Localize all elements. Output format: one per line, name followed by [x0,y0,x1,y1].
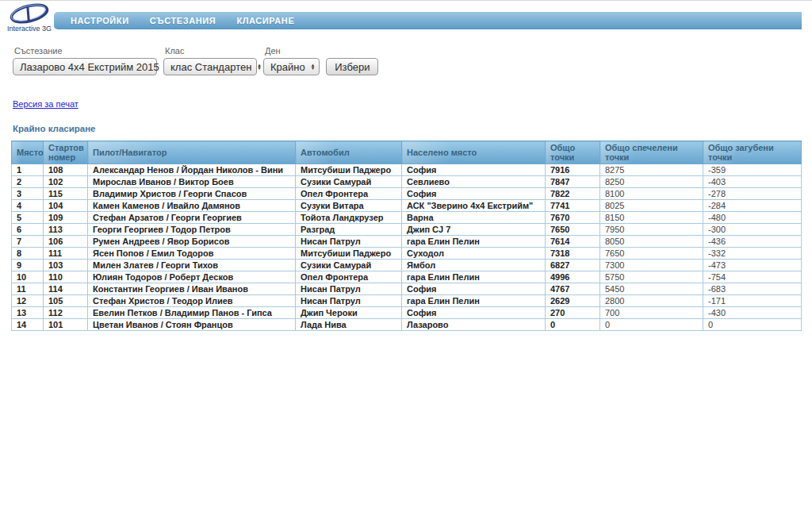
cell-pilot-navigator: Камен Каменов / Ивайло Дамянов [88,200,296,212]
cell-pilot-navigator: Румен Андреев / Явор Борисов [88,236,296,248]
table-row: 9103Милен Златев / Георги ТиховСузики Са… [12,260,802,271]
cell-points-lost: -284 [703,200,802,212]
day-select[interactable]: Крайно ▴▾ [263,58,320,75]
table-row: 14101Цветан Иванов / Стоян ФранцовЛада Н… [12,319,802,331]
cell-points-won: 2800 [600,295,703,307]
cell-place: 2 [12,176,44,188]
cell-place: 4 [12,200,44,212]
cell-points-lost: -683 [703,283,802,295]
cell-car: Разград [296,224,402,236]
cell-points-lost: -473 [703,260,802,271]
class-filter-group: Клас клас Стандартен ▴▾ [163,46,257,75]
cell-points-lost: -480 [703,212,802,224]
cell-points-lost: -300 [703,224,802,236]
cell-car: Джип Чероки [296,307,402,319]
cell-city: София [402,188,546,200]
select-arrows-icon: ▴▾ [312,64,315,71]
cell-place: 3 [12,188,44,200]
cell-place: 9 [12,260,44,271]
cell-start-number: 114 [44,283,88,295]
column-header-pilot-navigator: Пилот/Навигатор [88,141,296,164]
select-button[interactable]: Избери [326,58,378,75]
table-row: 7106Румен Андреев / Явор БорисовНисан Па… [12,236,802,248]
competition-label: Състезание [14,46,157,56]
brand-name: Interactive 3G [6,25,52,33]
cell-place: 12 [12,295,44,307]
cell-car: Сузики Самурай [296,260,402,271]
cell-points-won: 8275 [600,164,703,176]
cell-place: 5 [12,212,44,224]
cell-total-points: 7822 [546,188,600,200]
table-row: 1108Александар Ненов / Йордан Николов - … [12,164,802,176]
cell-start-number: 115 [44,188,88,200]
table-row: 13112Евелин Петков / Владимир Панов - Ги… [12,307,802,319]
cell-points-lost: -436 [703,236,802,248]
cell-points-lost: 0 [703,319,802,331]
day-label: Ден [265,46,320,56]
cell-car: Нисан Патрул [296,283,402,295]
cell-pilot-navigator: Мирослав Иванов / Виктор Боев [88,176,296,188]
column-header-total-points: Общо точки [546,141,600,164]
cell-points-won: 8150 [600,212,703,224]
cell-place: 11 [12,283,44,295]
cell-pilot-navigator: Ясен Попов / Емил Тодоров [88,248,296,260]
cell-points-lost: -278 [703,188,802,200]
competition-select[interactable]: Лазарово 4x4 Екстрийм 2015 ▴▾ [13,58,157,75]
cell-total-points: 6827 [546,260,600,271]
cell-pilot-navigator: Милен Златев / Георги Тихов [88,260,296,271]
cell-place: 14 [12,319,44,331]
cell-points-won: 8025 [600,200,703,212]
cell-pilot-navigator: Цветан Иванов / Стоян Францов [88,319,296,331]
column-header-city: Населено място [402,141,546,164]
cell-city: Севлиево [402,176,546,188]
cell-total-points: 7670 [546,212,600,224]
cell-place: 13 [12,307,44,319]
cell-city: София [402,164,546,176]
cell-total-points: 7614 [546,236,600,248]
cell-car: Митсубиши Паджеро [296,164,402,176]
cell-points-lost: -332 [703,248,802,260]
cell-pilot-navigator: Евелин Петков / Владимир Панов - Гипса [88,307,296,319]
cell-points-won: 700 [600,307,703,319]
cell-start-number: 103 [44,260,88,271]
select-arrows-icon: ▴▾ [258,64,261,71]
cell-points-won: 7300 [600,260,703,271]
competition-filter-group: Състезание Лазарово 4x4 Екстрийм 2015 ▴▾ [13,46,157,75]
cell-points-won: 8100 [600,188,703,200]
table-row: 6113Георги Георгиев / Тодор ПетровРазгра… [12,224,802,236]
table-row: 10110Юлиян Тодоров / Роберт ДесковОпел Ф… [12,271,802,283]
cell-city: АСК "Зверино 4x4 Екстрийм" [402,200,546,212]
day-filter-group: Ден Крайно ▴▾ [263,46,320,75]
results-table: МястоСтартов номерПилот/НавигаторАвтомоб… [11,140,802,331]
class-select[interactable]: клас Стандартен ▴▾ [163,58,257,75]
cell-start-number: 109 [44,212,88,224]
nav-item-competitions[interactable]: СЪСТЕЗАНИЯ [140,16,227,25]
nav-item-ranking[interactable]: КЛАСИРАНЕ [226,16,304,25]
print-version-link[interactable]: Версия за печат [13,99,79,109]
top-bar: Interactive 3G НАСТРОЙКИ СЪСТЕЗАНИЯ КЛАС… [0,0,812,32]
cell-car: Нисан Патрул [296,295,402,307]
cell-points-won: 0 [600,319,703,331]
cell-total-points: 270 [546,307,600,319]
cell-car: Опел Фронтера [296,271,402,283]
column-header-points-won: Общо спечелени точки [600,141,703,164]
cell-city: гара Елин Пелин [402,236,546,248]
page-title: Крайно класиране [13,124,812,133]
table-header-row: МястоСтартов номерПилот/НавигаторАвтомоб… [12,141,802,164]
cell-start-number: 113 [44,224,88,236]
table-row: 2102Мирослав Иванов / Виктор БоевСузики … [12,176,802,188]
cell-car: Митсубиши Паджеро [296,248,402,260]
cell-total-points: 7318 [546,248,600,260]
cell-points-won: 5750 [600,271,703,283]
cell-pilot-navigator: Юлиян Тодоров / Роберт Десков [88,271,296,283]
nav-item-settings[interactable]: НАСТРОЙКИ [60,16,140,25]
cell-start-number: 101 [44,319,88,331]
cell-place: 6 [12,224,44,236]
cell-place: 8 [12,248,44,260]
cell-points-lost: -359 [703,164,802,176]
cell-pilot-navigator: Александар Ненов / Йордан Николов - Вини [88,164,296,176]
cell-points-won: 8050 [600,236,703,248]
cell-city: София [402,283,546,295]
cell-start-number: 104 [44,200,88,212]
cell-points-lost: -171 [703,295,802,307]
